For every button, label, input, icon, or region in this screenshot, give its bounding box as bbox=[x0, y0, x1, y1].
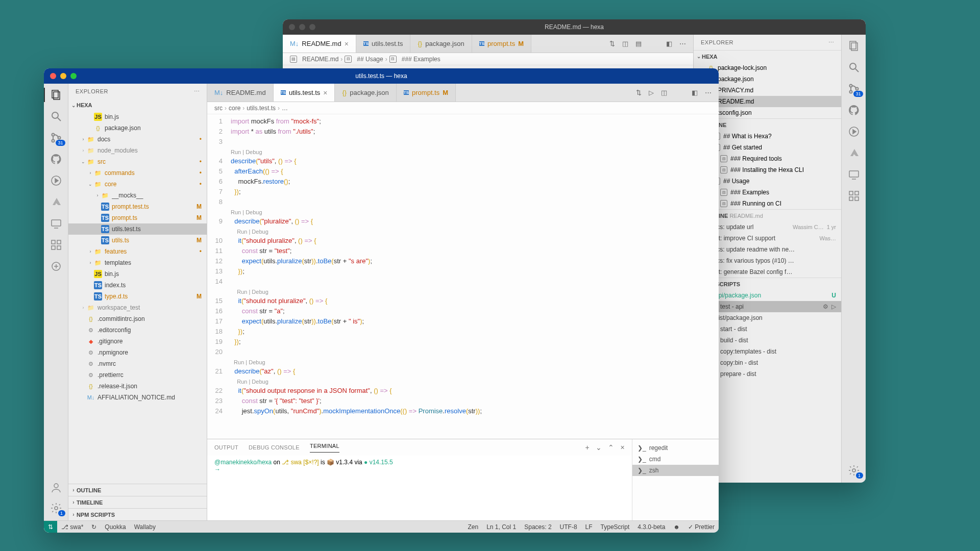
tree-item[interactable]: ›📁__mocks__ bbox=[68, 190, 207, 201]
sb-eol[interactable]: LF bbox=[581, 521, 597, 533]
extensions-icon[interactable] bbox=[848, 190, 860, 202]
tree-item[interactable]: ⚙.npmignore bbox=[68, 347, 207, 358]
more-icon[interactable]: ⋯ bbox=[194, 88, 200, 95]
tab-prompt-ts[interactable]: TSprompt.tsM bbox=[472, 35, 531, 53]
more-icon[interactable]: ⋯ bbox=[679, 40, 686, 47]
tree-item[interactable]: TSutils.test.ts bbox=[68, 223, 207, 235]
sb-wallaby[interactable]: Wallaby bbox=[130, 521, 160, 533]
sb-linecol[interactable]: Ln 1, Col 1 bbox=[482, 521, 520, 533]
code-editor[interactable]: 123 45678 9 1011121314 151617181920 21 2… bbox=[207, 114, 719, 439]
tree-item[interactable]: ›📁features bbox=[68, 246, 207, 257]
split-icon[interactable]: ◫ bbox=[622, 40, 628, 47]
breadcrumb[interactable]: src›core›utils.test.ts›… bbox=[207, 102, 719, 114]
search-icon[interactable] bbox=[848, 61, 860, 73]
close-tab-icon[interactable]: × bbox=[323, 89, 327, 97]
split-right-icon[interactable]: ◧ bbox=[692, 89, 698, 96]
scm-icon[interactable]: 31 bbox=[848, 83, 860, 95]
tree-item[interactable]: ⚙.nvmrc bbox=[68, 358, 207, 369]
section-hexa[interactable]: ⌄HEXA bbox=[694, 50, 841, 62]
panel-tab-debug console[interactable]: DEBUG CONSOLE bbox=[249, 444, 300, 450]
tree-item[interactable]: ⌄📁src bbox=[68, 156, 207, 167]
back-breadcrumb[interactable]: ▤README.md›⊟## Usage›⊟### Examples bbox=[283, 53, 693, 65]
tree-item[interactable]: JSbin.js bbox=[68, 111, 207, 122]
crumb[interactable]: ### Examples bbox=[402, 56, 440, 63]
account-icon[interactable] bbox=[50, 482, 62, 494]
live-icon[interactable] bbox=[50, 260, 62, 272]
settings-icon[interactable]: 1 bbox=[50, 502, 62, 514]
panel-tab-terminal[interactable]: TERMINAL bbox=[310, 443, 339, 453]
tab-README-md[interactable]: M↓README.md× bbox=[283, 35, 356, 53]
debug-icon[interactable] bbox=[50, 174, 62, 187]
tree-item[interactable]: {}package.json bbox=[68, 122, 207, 134]
run-icon[interactable]: ▷ bbox=[649, 89, 654, 96]
tab-actions[interactable]: ⇅ ▷ ◫ ◧ ⋯ bbox=[629, 84, 719, 102]
sb-zen[interactable]: Zen bbox=[463, 521, 482, 533]
tree-item[interactable]: TStype.d.tsM bbox=[68, 291, 207, 302]
tab-README-md[interactable]: M↓README.md bbox=[207, 84, 274, 102]
extensions-icon[interactable] bbox=[50, 239, 62, 251]
window-controls[interactable] bbox=[50, 73, 77, 79]
sb-feedback[interactable]: ☻ bbox=[669, 521, 684, 533]
tree-item[interactable]: ›📁commands bbox=[68, 167, 207, 179]
close-icon[interactable] bbox=[50, 73, 56, 79]
tree-item[interactable]: ⌄📁core bbox=[68, 179, 207, 190]
split-icon[interactable]: ◫ bbox=[661, 89, 667, 96]
close-panel-icon[interactable]: × bbox=[621, 443, 625, 452]
github-icon[interactable] bbox=[848, 104, 860, 116]
crumb[interactable]: README.md bbox=[302, 56, 338, 63]
terminal-cmd[interactable]: ❯_cmd bbox=[632, 454, 719, 465]
new-terminal-icon[interactable]: + bbox=[585, 443, 589, 452]
terminal-body[interactable]: @manekinekko/hexa on ⎇ swa [$×!?] is 📦 v… bbox=[207, 456, 632, 520]
crumb[interactable]: ## Usage bbox=[357, 56, 383, 63]
tree-item[interactable]: TSprompt.test.tsM bbox=[68, 201, 207, 212]
minimize-icon[interactable] bbox=[60, 73, 66, 79]
tree-item[interactable]: ›📁templates bbox=[68, 257, 207, 268]
tree-item[interactable]: M↓AFFIALIATION_NOTICE.md bbox=[68, 392, 207, 403]
tree-item[interactable]: TSprompt.tsM bbox=[68, 212, 207, 223]
code-lens[interactable]: Run | Debug bbox=[231, 207, 719, 216]
tree-item[interactable]: ›📁docs bbox=[68, 134, 207, 145]
tab-prompt-ts[interactable]: TSprompt.tsM bbox=[397, 84, 456, 102]
code-lens[interactable]: Run | Debug bbox=[231, 227, 719, 236]
compare-icon[interactable]: ⇅ bbox=[636, 89, 642, 96]
sb-ts-version[interactable]: 4.3.0-beta bbox=[633, 521, 669, 533]
debug-icon[interactable] bbox=[848, 126, 860, 138]
code-lens[interactable]: Run | Debug bbox=[231, 357, 719, 366]
section-npm[interactable]: ›NPM SCRIPTS bbox=[68, 508, 207, 520]
sb-spaces[interactable]: Spaces: 2 bbox=[520, 521, 555, 533]
tab-actions[interactable]: ⇅ ◫ ▤ ◧ ⋯ bbox=[602, 35, 693, 53]
sb-remote[interactable]: ⇅ bbox=[44, 521, 57, 533]
sb-sync[interactable]: ↻ bbox=[87, 521, 101, 533]
sb-quokka[interactable]: Quokka bbox=[101, 521, 130, 533]
tree-item[interactable]: ⚙.prettierrc bbox=[68, 369, 207, 381]
crumb[interactable]: … bbox=[282, 105, 288, 112]
close-tab-icon[interactable]: × bbox=[345, 40, 349, 48]
preview-icon[interactable]: ▤ bbox=[635, 40, 642, 47]
compare-icon[interactable]: ⇅ bbox=[609, 40, 615, 47]
maximize-icon[interactable]: ⌃ bbox=[608, 443, 614, 452]
tab-package-json[interactable]: {}package.json bbox=[335, 84, 396, 102]
section-outline[interactable]: ›OUTLINE bbox=[68, 484, 207, 496]
remote-icon[interactable] bbox=[50, 217, 62, 230]
code-lens[interactable]: Run | Debug bbox=[231, 287, 719, 296]
remote-icon[interactable] bbox=[848, 168, 860, 181]
window-controls[interactable] bbox=[289, 24, 315, 30]
tab-utils-test-ts[interactable]: TSutils.test.ts bbox=[356, 35, 411, 53]
tree-item[interactable]: ›📁node_modules bbox=[68, 145, 207, 156]
settings-icon[interactable]: 1 bbox=[848, 464, 860, 477]
search-icon[interactable] bbox=[50, 110, 62, 122]
crumb[interactable]: core bbox=[229, 105, 240, 112]
more-icon[interactable]: ⋯ bbox=[705, 89, 712, 96]
dropdown-icon[interactable]: ⌄ bbox=[596, 443, 602, 452]
section-timeline[interactable]: ›TIMELINE bbox=[68, 496, 207, 508]
debug-icon[interactable]: ⚙ bbox=[823, 303, 828, 310]
azure-icon[interactable] bbox=[848, 147, 860, 159]
sb-lang[interactable]: TypeScript bbox=[597, 521, 634, 533]
zoom-icon[interactable] bbox=[70, 73, 77, 79]
tree-item[interactable]: ◆.gitignore bbox=[68, 336, 207, 347]
run-icon[interactable]: ▷ bbox=[831, 303, 836, 310]
tree-item[interactable]: TSutils.tsM bbox=[68, 235, 207, 246]
panel-tab-output[interactable]: OUTPUT bbox=[214, 444, 238, 450]
sb-prettier[interactable]: ✓ Prettier bbox=[684, 521, 719, 533]
sb-branch[interactable]: ⎇ swa* bbox=[57, 521, 87, 533]
